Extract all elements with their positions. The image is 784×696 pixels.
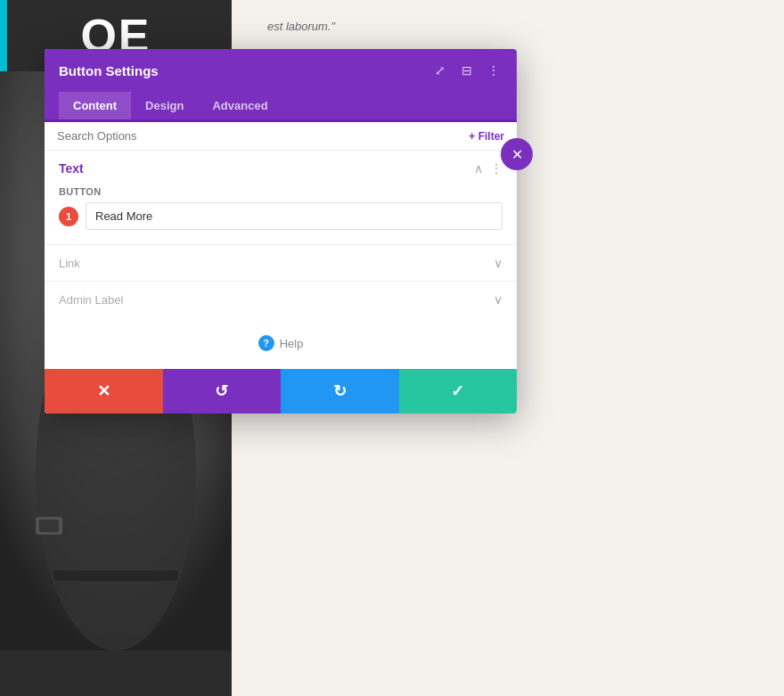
svg-rect-3 (53, 570, 178, 581)
panel-content: Text ∧ ⋮ Button 1 Link ∨ Admin Label ∨ (45, 151, 517, 369)
search-input[interactable] (57, 129, 469, 143)
tab-content[interactable]: Content (59, 92, 131, 119)
button-field-row: 1 (59, 202, 502, 230)
admin-label-collapsible[interactable]: Admin Label ∨ (45, 281, 517, 317)
bottom-toolbar: ✕ ↺ ↻ ✓ (45, 369, 517, 414)
save-button[interactable]: ✓ (399, 369, 518, 414)
help-label[interactable]: Help (280, 337, 304, 350)
admin-label-text: Admin Label (59, 293, 123, 307)
link-chevron-icon: ∨ (494, 256, 502, 270)
help-icon[interactable]: ? (258, 335, 274, 351)
undo-button[interactable]: ↺ (163, 369, 282, 414)
more-icon[interactable]: ⋮ (485, 61, 502, 79)
panel-header: Button Settings ⤢ ⊟ ⋮ (45, 49, 517, 92)
tab-bar: Content Design Advanced (45, 92, 517, 122)
cancel-button[interactable]: ✕ (45, 369, 163, 414)
section-more-icon[interactable]: ⋮ (490, 161, 502, 176)
filter-button[interactable]: + Filter (469, 130, 504, 143)
text-section-header: Text ∧ ⋮ (45, 151, 517, 183)
section-title-text: Text (59, 161, 84, 176)
tab-design[interactable]: Design (131, 92, 198, 119)
link-collapsible[interactable]: Link ∨ (45, 244, 517, 281)
link-label: Link (59, 257, 80, 270)
top-quote-text: est laborum." (267, 18, 748, 37)
search-bar: + Filter (45, 122, 517, 151)
field-number-badge: 1 (59, 207, 78, 226)
panel-header-icons: ⤢ ⊟ ⋮ (431, 61, 502, 79)
columns-icon[interactable]: ⊟ (458, 61, 476, 79)
button-field-label: Button (59, 186, 502, 197)
help-section: ? Help (45, 317, 517, 369)
button-field-group: Button 1 (45, 183, 517, 244)
panel-close-side-button[interactable]: ✕ (501, 138, 533, 170)
svg-rect-5 (39, 520, 59, 532)
button-text-input[interactable] (86, 202, 502, 230)
admin-label-chevron-icon: ∨ (494, 292, 502, 307)
section-collapse-icon[interactable]: ∧ (474, 161, 483, 176)
panel-title: Button Settings (59, 63, 159, 78)
tab-advanced[interactable]: Advanced (198, 92, 282, 119)
settings-panel: Button Settings ⤢ ⊟ ⋮ Content Design Adv… (45, 49, 517, 414)
resize-icon[interactable]: ⤢ (431, 61, 449, 79)
section-actions: ∧ ⋮ (474, 161, 502, 176)
redo-button[interactable]: ↻ (281, 369, 399, 414)
